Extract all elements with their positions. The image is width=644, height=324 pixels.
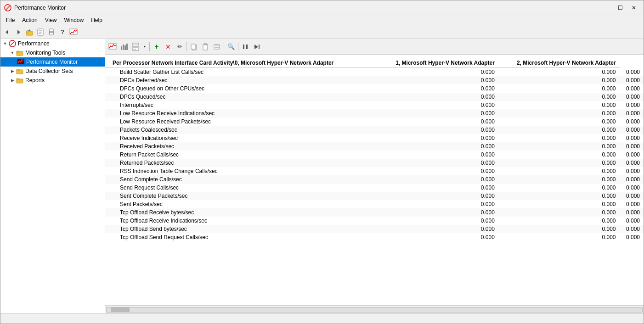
- row-col2-value: 0.000: [620, 117, 644, 126]
- title-bar: Performance Monitor — ☐ ✕: [0, 0, 644, 15]
- row-metric-name: Build Scatter Gather List Calls/sec: [105, 68, 377, 77]
- row-col2-value: 0.000: [620, 225, 644, 233]
- row-col0-value: 0.000: [377, 233, 498, 241]
- row-metric-name: Receive Indications/sec: [105, 134, 377, 142]
- table-row: DPCs Queued/sec0.0000.0000.000: [105, 93, 644, 101]
- row-metric-name: Interrupts/sec: [105, 101, 377, 109]
- svg-rect-44: [259, 45, 260, 49]
- data-collector-sets-label: Data Collector Sets: [25, 68, 73, 74]
- table-row: Send Complete Calls/sec0.0000.0000.000: [105, 175, 644, 184]
- main-toolbar: ?: [0, 25, 644, 39]
- perfmon-button[interactable]: [68, 27, 79, 37]
- row-col2-value: 0.000: [620, 167, 644, 175]
- row-col2-value: 0.000: [620, 76, 644, 84]
- report-table: Per Processor Network Interface Card Act…: [105, 58, 644, 241]
- svg-marker-2: [6, 30, 8, 34]
- print-button[interactable]: [46, 27, 56, 37]
- row-metric-name: Returned Packets/sec: [105, 159, 377, 167]
- horizontal-scrollbar[interactable]: [105, 305, 644, 313]
- zoom-button[interactable]: 🔍: [226, 41, 237, 52]
- folder-up-button[interactable]: [24, 27, 34, 37]
- row-col1-value: 0.000: [498, 93, 620, 101]
- row-col0-value: 0.000: [377, 134, 498, 142]
- close-button[interactable]: ✕: [628, 3, 640, 12]
- row-metric-name: Low Resource Receive Indications/sec: [105, 109, 377, 117]
- expand-monitoring[interactable]: ▼: [9, 49, 16, 56]
- table-row: Sent Packets/sec0.0000.0000.000: [105, 200, 644, 208]
- view-histogram-button[interactable]: [119, 41, 130, 52]
- separator-4: [238, 42, 238, 51]
- row-metric-name: Send Request Calls/sec: [105, 184, 377, 192]
- pause-button[interactable]: [240, 41, 251, 52]
- row-metric-name: RSS Indirection Table Change Calls/sec: [105, 167, 377, 175]
- col-header-0: Per Processor Network Interface Card Act…: [105, 58, 377, 68]
- table-row: Return Packet Calls/sec0.0000.0000.000: [105, 151, 644, 159]
- next-button[interactable]: [251, 41, 262, 52]
- table-row: Tcp Offload Send Request Calls/sec0.0000…: [105, 233, 644, 241]
- svg-rect-37: [204, 44, 207, 45]
- svg-rect-28: [126, 44, 128, 50]
- forward-button[interactable]: [13, 27, 23, 37]
- table-row: Interrupts/sec0.0000.0000.000: [105, 101, 644, 109]
- view-report-button[interactable]: [130, 41, 141, 52]
- sidebar-item-performance-monitor[interactable]: Performance Monitor: [0, 57, 105, 67]
- row-col1-value: 0.000: [498, 117, 620, 126]
- sidebar-item-monitoring-tools[interactable]: ▼ Monitoring Tools: [0, 48, 105, 57]
- add-counter-button[interactable]: +: [151, 41, 162, 52]
- view-graph-button[interactable]: [107, 41, 118, 52]
- menu-window[interactable]: Window: [61, 16, 88, 24]
- row-col0-value: 0.000: [377, 175, 498, 184]
- sidebar: ▼ Performance ▼ Monitoring Tools: [0, 39, 105, 313]
- row-metric-name: Received Packets/sec: [105, 142, 377, 151]
- row-col2-value: 0.000: [620, 192, 644, 200]
- sidebar-item-data-collector-sets[interactable]: ▶ Data Collector Sets: [0, 67, 105, 76]
- svg-rect-21: [17, 69, 19, 71]
- dropdown-button[interactable]: ▾: [141, 41, 148, 52]
- table-row: RSS Indirection Table Change Calls/sec0.…: [105, 167, 644, 175]
- window-title: Performance Monitor: [14, 5, 600, 11]
- scroll-track[interactable]: [106, 307, 643, 313]
- table-row: Tcp Offload Send bytes/sec0.0000.0000.00…: [105, 225, 644, 233]
- highlight-button[interactable]: ✏: [174, 41, 185, 52]
- row-metric-name: Tcp Offload Receive bytes/sec: [105, 208, 377, 217]
- report-button[interactable]: [35, 27, 45, 37]
- scroll-thumb[interactable]: [111, 307, 130, 312]
- row-col1-value: 0.000: [498, 101, 620, 109]
- delete-button[interactable]: ✕: [163, 41, 174, 52]
- main-content: ▼ Performance ▼ Monitoring Tools: [0, 39, 644, 313]
- table-row: Build Scatter Gather List Calls/sec0.000…: [105, 68, 644, 77]
- expand-data-collector[interactable]: ▶: [9, 67, 16, 75]
- row-col2-value: 0.000: [620, 101, 644, 109]
- copy-button[interactable]: [188, 41, 199, 52]
- row-metric-name: Sent Packets/sec: [105, 200, 377, 208]
- sidebar-item-reports[interactable]: ▶ Reports: [0, 76, 105, 85]
- row-col0-value: 0.000: [377, 142, 498, 151]
- row-col2-value: 0.000: [620, 233, 644, 241]
- row-col0-value: 0.000: [377, 93, 498, 101]
- maximize-button[interactable]: ☐: [614, 3, 626, 12]
- expand-performance[interactable]: ▼: [1, 40, 9, 47]
- menu-file[interactable]: File: [2, 16, 18, 24]
- row-col1-value: 0.000: [498, 184, 620, 192]
- menu-action[interactable]: Action: [18, 16, 41, 24]
- help-button[interactable]: ?: [57, 27, 68, 37]
- inner-toolbar: ▾ + ✕ ✏: [105, 39, 644, 55]
- report-area[interactable]: Per Processor Network Interface Card Act…: [105, 55, 644, 305]
- minimize-button[interactable]: —: [600, 3, 612, 12]
- row-col0-value: 0.000: [377, 167, 498, 175]
- row-col1-value: 0.000: [498, 109, 620, 117]
- paste-button[interactable]: [200, 41, 211, 52]
- expand-reports[interactable]: ▶: [9, 77, 16, 84]
- menu-help[interactable]: Help: [87, 16, 106, 24]
- table-row: Tcp Offload Receive bytes/sec0.0000.0000…: [105, 208, 644, 217]
- back-button[interactable]: [2, 27, 12, 37]
- sidebar-item-performance[interactable]: ▼ Performance: [0, 39, 105, 48]
- row-col1-value: 0.000: [498, 192, 620, 200]
- row-col0-value: 0.000: [377, 151, 498, 159]
- table-row: DPCs Deferred/sec0.0000.0000.000: [105, 76, 644, 84]
- row-metric-name: Tcp Offload Send bytes/sec: [105, 225, 377, 233]
- menu-view[interactable]: View: [41, 16, 61, 24]
- row-col1-value: 0.000: [498, 126, 620, 134]
- svg-rect-23: [17, 78, 19, 80]
- properties-button[interactable]: [211, 41, 222, 52]
